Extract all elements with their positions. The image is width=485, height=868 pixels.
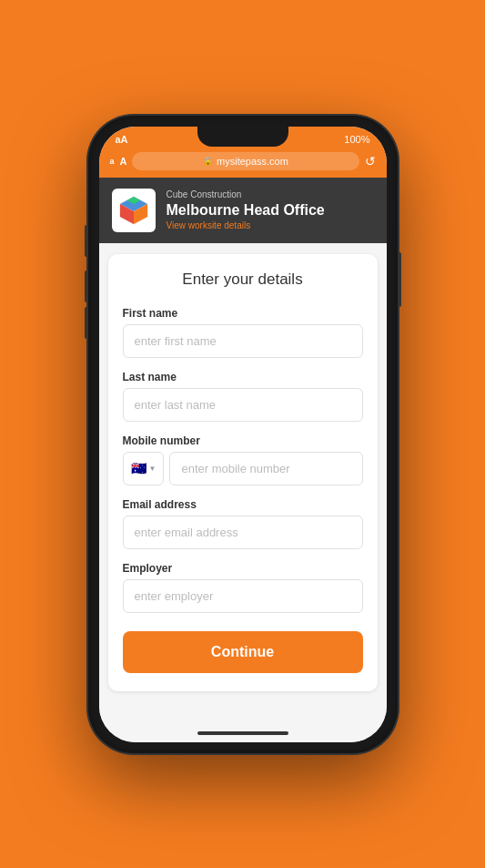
- email-input[interactable]: [123, 516, 363, 549]
- text-size-large-label: A: [120, 156, 127, 167]
- site-name: Melbourne Head Office: [167, 201, 325, 219]
- first-name-label: First name: [123, 307, 363, 320]
- site-info: Cube Construction Melbourne Head Office …: [167, 189, 325, 230]
- phone-screen: aA 100% a A 🔒 mysitepass.com ↺: [99, 127, 387, 742]
- phone-notch: [197, 127, 288, 147]
- employer-group: Employer: [123, 562, 363, 613]
- mobile-label: Mobile number: [123, 434, 363, 447]
- last-name-input[interactable]: [123, 388, 363, 422]
- home-bar: [197, 731, 288, 735]
- form-container: Enter your details First name Last name …: [108, 254, 378, 691]
- page-content: CUBE Cube Construction Melbourne Head Of…: [99, 178, 387, 726]
- logo-svg: CUBE: [116, 192, 152, 229]
- refresh-button[interactable]: ↺: [365, 154, 376, 168]
- mobile-row: 🇦🇺 ▼: [123, 452, 363, 485]
- chevron-down-icon: ▼: [149, 465, 157, 473]
- company-logo: CUBE: [112, 189, 156, 232]
- url-text: mysitepass.com: [217, 156, 288, 167]
- site-header: CUBE Cube Construction Melbourne Head Of…: [99, 178, 387, 243]
- text-size-label: a: [110, 157, 115, 166]
- country-flag: 🇦🇺: [131, 461, 147, 475]
- lock-icon: 🔒: [203, 157, 213, 166]
- first-name-input[interactable]: [123, 324, 363, 358]
- text-size-indicator: aA: [116, 134, 128, 145]
- email-label: Email address: [123, 498, 363, 511]
- battery-area: 100%: [344, 134, 369, 145]
- form-title: Enter your details: [123, 271, 363, 289]
- last-name-group: Last name: [123, 371, 363, 422]
- country-code-dropdown[interactable]: 🇦🇺 ▼: [123, 452, 165, 485]
- first-name-group: First name: [123, 307, 363, 358]
- browser-bar: a A 🔒 mysitepass.com ↺: [99, 148, 387, 178]
- email-group: Email address: [123, 498, 363, 549]
- address-bar[interactable]: 🔒 mysitepass.com: [132, 152, 359, 170]
- signal-area: aA: [116, 134, 128, 145]
- phone-frame: aA 100% a A 🔒 mysitepass.com ↺: [88, 116, 398, 753]
- last-name-label: Last name: [123, 371, 363, 383]
- employer-input[interactable]: [123, 579, 363, 613]
- home-indicator: [99, 726, 387, 742]
- mobile-group: Mobile number 🇦🇺 ▼: [123, 434, 363, 485]
- mobile-input[interactable]: [169, 452, 362, 485]
- employer-label: Employer: [123, 562, 363, 575]
- company-name: Cube Construction: [167, 189, 325, 199]
- view-worksite-link[interactable]: View worksite details: [167, 220, 325, 230]
- continue-button[interactable]: Continue: [123, 631, 363, 673]
